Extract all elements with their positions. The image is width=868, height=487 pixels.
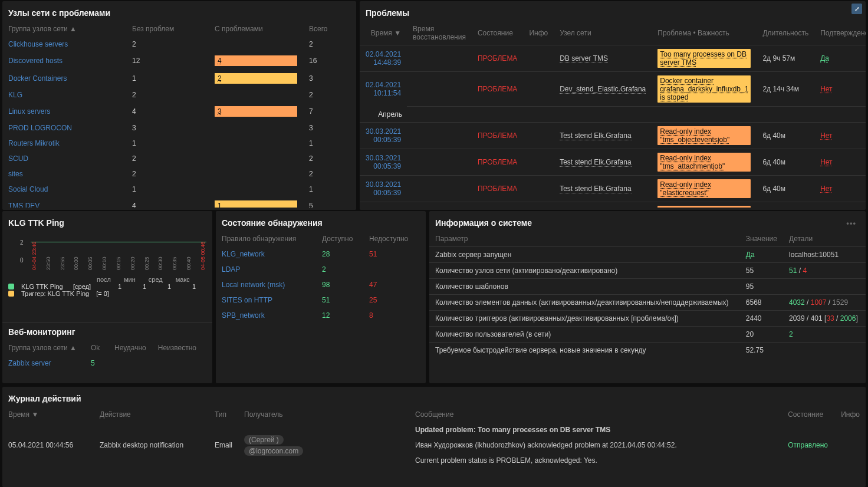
hostgroup-link[interactable]: PROD LOGROCON: [2, 120, 126, 136]
table-row: Количество узлов сети (активировано/деак…: [429, 263, 866, 279]
noproblems-count: 4: [126, 197, 209, 208]
problem-time-link[interactable]: 30.03.2021 00:05:39: [360, 175, 407, 202]
hostgroup-link[interactable]: Routers Mikrotik: [2, 136, 126, 151]
problem-ack-link[interactable]: Нет: [814, 175, 866, 202]
problems-bar[interactable]: 1: [209, 197, 303, 208]
problem-name[interactable]: Too many processes on DB server TMS: [652, 45, 757, 72]
problem-name[interactable]: Read-only index "tms_objecteventsjob": [652, 122, 757, 149]
menu-dots-icon[interactable]: •••: [843, 219, 860, 228]
detect-table: Правило обнаружения Доступно Недоступно …: [216, 231, 426, 323]
problems-bar[interactable]: 4: [209, 52, 303, 70]
problem-time-link[interactable]: 02.04.2021 14:48:39: [360, 45, 407, 72]
problem-host-link[interactable]: Test stend Elk.Grafana: [554, 122, 652, 149]
problems-table: Время ▼ Время восстановления Состояние И…: [360, 21, 866, 208]
hostgroup-link[interactable]: Discovered hosts: [2, 52, 126, 70]
col-state[interactable]: Состояние: [472, 21, 523, 45]
col-unknown[interactable]: Неизвестно: [152, 340, 212, 356]
col-details[interactable]: Детали: [783, 231, 866, 247]
problem-host-link[interactable]: Dev_stend_Elastic.Grafana: [554, 72, 652, 107]
col-recipient[interactable]: Получатель: [238, 407, 409, 422]
hostgroup-link[interactable]: SCUD: [2, 151, 126, 166]
col-problems[interactable]: С проблемами: [209, 21, 303, 37]
col-message[interactable]: Сообщение: [409, 407, 782, 422]
rule-link[interactable]: Local network (msk): [216, 277, 316, 292]
problem-ack-link[interactable]: Нет: [814, 202, 866, 208]
noproblems-count: 2: [126, 166, 209, 182]
col-down[interactable]: Недоступно: [363, 231, 426, 246]
problem-name[interactable]: Docker container grafana_darksky_influxd…: [652, 72, 757, 107]
problem-ack-link[interactable]: Нет: [814, 122, 866, 149]
col-ack[interactable]: Подтверждено: [814, 21, 866, 45]
col-noproblems[interactable]: Без проблем: [126, 21, 209, 37]
problem-ack-link[interactable]: Нет: [814, 149, 866, 175]
rule-link[interactable]: SITES on HTTP: [216, 292, 316, 308]
problem-host-link[interactable]: DB server TMS: [554, 45, 652, 72]
col-host[interactable]: Узел сети: [554, 21, 652, 45]
noproblems-count: 3: [126, 120, 209, 136]
problems-bar[interactable]: 2: [209, 70, 303, 87]
problem-name[interactable]: Read-only index "tms_attachmentjob": [652, 149, 757, 175]
col-problem[interactable]: Проблема • Важность: [652, 21, 757, 45]
problem-time-link[interactable]: 30.03.2021 00:05:39: [360, 122, 407, 149]
hostgroup-link[interactable]: Zabbix server: [2, 356, 85, 371]
col-state[interactable]: Состояние: [782, 407, 835, 422]
col-up[interactable]: Доступно: [316, 231, 363, 246]
table-row: Количество пользователей (в сети) 20 2: [429, 327, 866, 343]
problem-host-link[interactable]: Test stend Elk.Grafana: [554, 175, 652, 202]
detect-panel-title: Состояние обнаружения: [216, 213, 426, 231]
hostgroup-link[interactable]: KLG: [2, 87, 126, 103]
hostgroup-link[interactable]: Docker Containers: [2, 70, 126, 87]
col-recovery[interactable]: Время восстановления: [407, 21, 472, 45]
table-row: Требуемое быстродействие сервера, новые …: [429, 343, 866, 358]
problem-name[interactable]: Read-only index "elasticrequest": [652, 175, 757, 202]
problem-state: ПРОБЛЕМА: [472, 175, 523, 202]
table-row: Discovered hosts 12 4 16: [2, 52, 356, 70]
log-type: Email: [209, 422, 238, 468]
problem-state: ПРОБЛЕМА: [472, 72, 523, 107]
rule-link[interactable]: KLG_network: [216, 246, 316, 262]
col-action[interactable]: Действие: [94, 407, 209, 422]
fullscreen-icon[interactable]: ⤢: [851, 4, 862, 14]
problem-host-link[interactable]: Test stend Elk.Grafana: [554, 149, 652, 175]
problem-duration: 6д 40м: [757, 202, 814, 208]
col-time[interactable]: Время ▼: [360, 21, 407, 45]
hostgroup-link[interactable]: Linux servers: [2, 103, 126, 120]
table-row: 02.04.2021 14:48:39 ПРОБЛЕМА DB server T…: [360, 45, 866, 72]
col-type[interactable]: Тип: [209, 407, 238, 422]
table-header-row: Группа узлов сети ▲ Ok Неудачно Неизвест…: [2, 340, 212, 356]
hostgroup-link[interactable]: Social Cloud: [2, 182, 126, 197]
info-details: 4032 / 1007 / 1529: [783, 295, 866, 311]
problems-bar[interactable]: 3: [209, 103, 303, 120]
problem-time-link[interactable]: 30.03.2021 00:05:39: [360, 149, 407, 175]
col-rule[interactable]: Правило обнаружения: [216, 231, 316, 246]
hostgroup-link[interactable]: sites: [2, 166, 126, 182]
info-param: Zabbix сервер запущен: [429, 247, 740, 263]
problem-name[interactable]: Read-only index ".kibana_task_manager": [652, 202, 757, 208]
col-param[interactable]: Параметр: [429, 231, 740, 247]
col-hostgroup[interactable]: Группа узлов сети ▲: [2, 21, 126, 37]
col-failed[interactable]: Неудачно: [108, 340, 152, 356]
table-row: 30.03.2021 00:05:39 ПРОБЛЕМА Test stend …: [360, 202, 866, 208]
problem-time-link[interactable]: 30.03.2021 00:05:39: [360, 202, 407, 208]
rule-link[interactable]: LDAP: [216, 262, 316, 277]
col-time[interactable]: Время ▼: [2, 407, 94, 422]
col-ok[interactable]: Ok: [85, 340, 108, 356]
col-total[interactable]: Всего: [303, 21, 356, 37]
hostgroup-link[interactable]: TMS DEV: [2, 197, 126, 208]
col-info[interactable]: Инфо: [835, 407, 866, 422]
info-param: Количество шаблонов: [429, 279, 740, 295]
problem-duration: 6д 40м: [757, 122, 814, 149]
col-info[interactable]: Инфо: [523, 21, 554, 45]
chart-tick: 00:20: [130, 263, 136, 270]
col-value[interactable]: Значение: [740, 231, 783, 247]
problem-ack-link[interactable]: Нет: [814, 72, 866, 107]
col-duration[interactable]: Длительность: [757, 21, 814, 45]
col-hostgroup[interactable]: Группа узлов сети ▲: [2, 340, 85, 356]
hostgroup-link[interactable]: Clickhouse servers: [2, 37, 126, 52]
table-row: sites 2 2: [2, 166, 356, 182]
problem-host-link[interactable]: Test stend Elk.Grafana: [554, 202, 652, 208]
table-row: Clickhouse servers 2 2: [2, 37, 356, 52]
problem-time-link[interactable]: 02.04.2021 10:11:54: [360, 72, 407, 107]
rule-link[interactable]: SPB_network: [216, 308, 316, 323]
problem-ack-link[interactable]: Да: [814, 45, 866, 72]
